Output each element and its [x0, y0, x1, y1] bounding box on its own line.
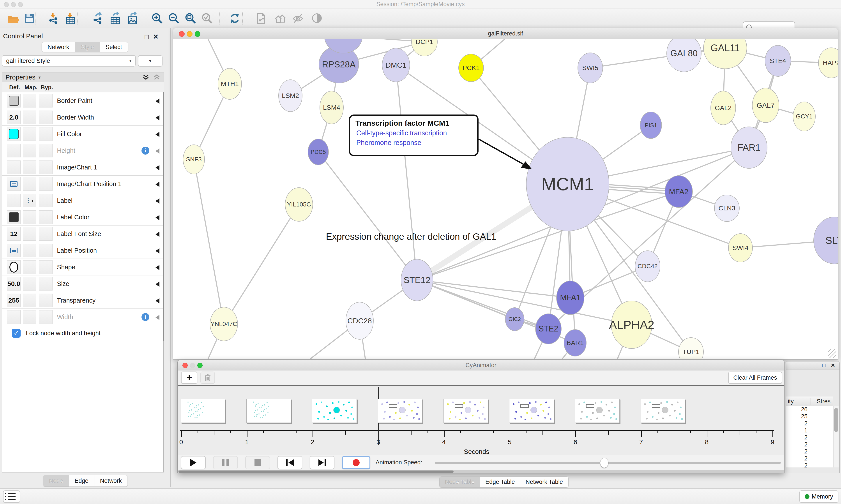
default-value-swatch[interactable] [9, 129, 19, 139]
mapping-cell[interactable] [23, 144, 36, 158]
skip-to-start-button[interactable] [278, 456, 302, 469]
open-folder-icon[interactable] [6, 12, 20, 25]
refresh-icon[interactable] [228, 12, 242, 25]
tab-network[interactable]: Network [42, 42, 75, 52]
mapping-cell[interactable] [23, 94, 36, 108]
network-annotation-box[interactable]: Transcription factor MCM1 Cell-type-spec… [349, 114, 479, 156]
record-button[interactable] [342, 456, 370, 469]
table-row[interactable]: 2 [786, 448, 833, 455]
default-value-swatch[interactable] [9, 212, 19, 222]
memory-button[interactable]: Memory [799, 490, 838, 503]
panel-float-close-icons[interactable]: □✕ [145, 33, 163, 40]
info-icon[interactable]: i [142, 147, 149, 155]
timeline-frame-4[interactable] [444, 399, 488, 423]
property-row[interactable]: Image/Chart Position 1 [2, 176, 163, 192]
default-value[interactable]: 50.0 [7, 280, 20, 287]
bypass-cell[interactable] [39, 244, 53, 257]
play-button[interactable] [181, 456, 205, 469]
bypass-cell[interactable] [39, 260, 53, 274]
default-cell[interactable]: 255 [7, 293, 21, 307]
default-cell[interactable] [7, 194, 21, 207]
property-row[interactable]: Border Paint [2, 92, 163, 109]
zoom-in-icon[interactable] [150, 12, 164, 25]
skip-to-end-button[interactable] [310, 456, 335, 469]
bypass-cell[interactable] [39, 127, 53, 141]
annotation-link[interactable]: Cell-type-specific transcription [356, 129, 472, 137]
network-node-PDC5[interactable]: PDC5 [308, 139, 329, 165]
mapping-cell[interactable] [23, 211, 36, 224]
network-edge[interactable] [194, 159, 224, 324]
add-frame-button[interactable]: + [181, 372, 197, 384]
default-cell[interactable]: 50.0 [7, 277, 21, 290]
home-icon[interactable] [273, 12, 287, 25]
float-panel-icon[interactable]: □ [822, 362, 826, 368]
property-row[interactable]: 12Label Font Size [2, 226, 163, 242]
expand-arrow-icon[interactable] [156, 198, 159, 204]
ellipse-shape-icon[interactable] [10, 262, 18, 273]
expand-arrow-icon[interactable] [156, 115, 159, 121]
mapping-cell[interactable] [23, 260, 36, 274]
zoom-selected-icon[interactable] [200, 12, 214, 25]
default-cell[interactable] [7, 211, 21, 224]
network-edge[interactable] [396, 65, 417, 280]
bypass-cell[interactable] [39, 144, 53, 158]
default-cell[interactable] [7, 127, 21, 141]
mapping-cell[interactable] [23, 293, 36, 307]
zoom-fit-icon[interactable] [183, 12, 198, 25]
default-value[interactable]: 2.0 [9, 114, 18, 121]
network-edge[interactable] [318, 152, 417, 280]
network-node-SWI5[interactable]: SWI5 [577, 53, 603, 83]
property-row[interactable]: Shape [2, 259, 163, 275]
expand-arrow-icon[interactable] [156, 315, 159, 320]
network-node-ALPHA2[interactable]: ALPHA2 [611, 301, 652, 349]
timeline-frame-3[interactable] [378, 399, 423, 423]
collapse-all-icon[interactable] [153, 74, 161, 81]
table-vscrollbar[interactable] [833, 406, 839, 467]
network-node-GAL2[interactable]: GAL2 [711, 91, 736, 125]
delete-frame-button[interactable] [200, 372, 215, 384]
cyanimator-hscrollbar[interactable] [178, 470, 784, 473]
mapping-cell[interactable] [23, 227, 36, 240]
network-node-SNF3[interactable]: SNF3 [183, 144, 205, 174]
bypass-cell[interactable] [39, 211, 53, 224]
property-row[interactable]: Image/Chart 1 [2, 159, 163, 176]
cyanimator-timeline[interactable]: 0123456789Seconds [178, 386, 784, 455]
network-node-PIS1[interactable]: PIS1 [640, 112, 662, 139]
bypass-cell[interactable] [39, 177, 53, 191]
table-row[interactable]: 2 [786, 441, 833, 448]
expand-arrow-icon[interactable] [156, 282, 159, 287]
expand-arrow-icon[interactable] [156, 98, 159, 104]
property-row[interactable]: 255Transparency [2, 292, 163, 309]
table-row[interactable]: 1 [786, 427, 833, 434]
cyanimator-titlebar[interactable]: CyAnimator [178, 360, 784, 371]
default-value[interactable]: 255 [8, 297, 19, 304]
bypass-cell[interactable] [39, 227, 53, 240]
import-network-icon[interactable] [47, 12, 60, 25]
task-history-button[interactable] [3, 490, 20, 503]
properties-header[interactable]: Properties ▾ [2, 72, 164, 82]
default-cell[interactable] [7, 310, 21, 324]
discrete-mapping-icon[interactable]: ⋮› [25, 197, 34, 204]
expand-arrow-icon[interactable] [156, 248, 159, 254]
table-row[interactable]: 26 [786, 406, 833, 413]
mapping-cell[interactable] [23, 177, 36, 191]
expand-arrow-icon[interactable] [156, 165, 159, 170]
timeline-frame-6[interactable] [575, 399, 620, 423]
panel-tab-node[interactable]: Node [43, 475, 69, 486]
network-node-LSM4[interactable]: LSM4 [320, 91, 344, 124]
network-node-STE12[interactable]: STE12 [401, 259, 433, 301]
expand-arrow-icon[interactable] [156, 265, 159, 270]
tab-select[interactable]: Select [100, 42, 128, 52]
annotation-link[interactable]: Pheromone response [356, 139, 472, 147]
default-cell[interactable] [7, 177, 21, 191]
animation-speed-slider-thumb[interactable] [600, 458, 608, 468]
default-cell[interactable] [7, 161, 21, 174]
tab-node-table[interactable]: Node Table [440, 476, 480, 487]
network-text-annotation[interactable]: Expression change after deletion of GAL1 [304, 231, 518, 242]
network-node-GAL7[interactable]: GAL7 [752, 88, 779, 123]
mapping-cell[interactable]: ⋮› [23, 194, 36, 207]
save-icon[interactable] [22, 12, 36, 25]
position-icon[interactable] [10, 248, 18, 253]
network-window-titlebar[interactable]: galFiltered.sif [173, 28, 838, 39]
expand-arrow-icon[interactable] [156, 232, 159, 237]
